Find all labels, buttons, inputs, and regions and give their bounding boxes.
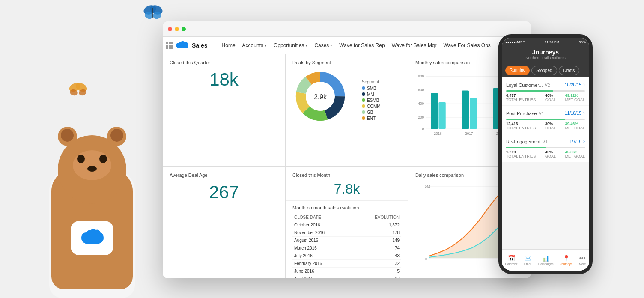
table-row: October 20161,372 — [292, 221, 401, 229]
browser-minimize-dot[interactable] — [175, 27, 179, 31]
nav-item-wave-rep[interactable]: Wave for Sales Rep — [336, 37, 388, 54]
journey-loyal-entries-label: TOTAL ENTRIES — [506, 98, 536, 102]
card-avg-deal-metric: 267 — [170, 182, 278, 203]
journey-post-chevron: › — [583, 110, 585, 116]
mom-cell-value: 74 — [352, 244, 401, 252]
phone-app-subtitle: Northern Trail Outfitters — [506, 56, 585, 60]
card-mom-combined: Closed this Month 7.8k Month on month sa… — [286, 167, 408, 279]
closed-month-title: Closed this Month — [292, 173, 401, 178]
mom-cell-value: 32 — [352, 259, 401, 267]
table-row: June 20165 — [292, 267, 401, 275]
phone-nav-calendar[interactable]: 📅 Calendar — [505, 255, 517, 265]
phone-tab-drafts[interactable]: Drafts — [559, 66, 580, 75]
card-deals-segment-title: Deals by Segment — [292, 60, 401, 65]
mom-cell-date: November 2016 — [292, 229, 352, 236]
browser-maximize-dot[interactable] — [182, 27, 186, 31]
sub-card-mom: Month on month sales evolution CLOSE DAT… — [286, 201, 408, 279]
phone-tab-running[interactable]: Running — [505, 66, 530, 75]
email-icon: ✉️ — [524, 255, 531, 262]
journey-post-progress-bar — [506, 119, 585, 120]
journey-loyal-entries: 6,477 — [506, 93, 536, 98]
phone-nav-journeys[interactable]: 📍 Journeys — [560, 255, 572, 265]
table-row: April 2016-37 — [292, 275, 401, 278]
journey-loyal-fill — [506, 90, 553, 92]
journey-re-entries: 1,219 — [506, 150, 536, 154]
phone-nav-email[interactable]: ✉️ Email — [524, 255, 532, 265]
mom-title: Month on month sales evolution — [292, 205, 401, 210]
journey-re-goal-label: GOAL — [545, 154, 556, 158]
table-row: November 2016178 — [292, 229, 401, 236]
journey-re-name: Re-Engagement — [506, 139, 540, 144]
journey-loyal-met: 49.92% — [565, 93, 585, 98]
svg-rect-15 — [171, 45, 173, 47]
journey-post-stats: 12,413 TOTAL ENTRIES 30% GOAL 39.46% MET… — [506, 122, 585, 130]
phone-content: Loyal Customer... V2 10/20/15 › 6,477 TO… — [502, 77, 589, 272]
phone-tab-stopped[interactable]: Stopped — [531, 66, 557, 75]
card-closed-quarter-metric: 18k — [170, 69, 278, 90]
journey-re-goal: 40% — [545, 150, 556, 154]
svg-rect-18 — [171, 47, 173, 49]
nav-item-cases[interactable]: Cases▾ — [311, 37, 336, 54]
dashboard-grid: Closed this Quarter 18k Deals by Segment — [163, 54, 531, 278]
mom-cell-date: October 2016 — [292, 221, 352, 229]
nav-items: Home Accounts▾ Opportunities▾ Cases▾ Wav… — [218, 37, 531, 54]
journey-post-fill — [506, 119, 565, 120]
legend-smb-dot — [362, 86, 365, 90]
journey-loyal-progress-bar — [506, 90, 585, 92]
mom-cell-date: August 2016 — [292, 236, 352, 244]
journey-item-re-engagement[interactable]: Re-Engagement V1 1/7/16 › 1,219 TOTAL EN… — [502, 134, 589, 162]
phone-nav-campaigns[interactable]: 📊 Campaigns — [538, 255, 553, 265]
legend-esmb-dot — [362, 98, 365, 102]
phone-nav-more[interactable]: ••• More — [579, 255, 586, 265]
journey-loyal-goal-label: GOAL — [545, 98, 556, 102]
legend-mm-dot — [362, 92, 365, 96]
mom-cell-date: April 2016 — [292, 275, 352, 278]
legend-esmb: ESMB — [362, 98, 381, 103]
browser-window: Sales Home Accounts▾ Opportunities▾ Case… — [163, 21, 531, 278]
mobile-phone: ●●●●● AT&T 11:20 PM 53% Journeys Norther… — [498, 34, 593, 274]
journey-post-met: 39.46% — [565, 122, 585, 126]
table-row: July 201643 — [292, 252, 401, 259]
nav-item-home[interactable]: Home — [218, 37, 239, 54]
closed-month-metric: 7.8k — [292, 181, 401, 197]
salesforce-nav: Sales Home Accounts▾ Opportunities▾ Case… — [163, 37, 531, 54]
journey-re-progress-bar — [506, 147, 585, 148]
journey-re-met-label: MET GOAL — [565, 154, 585, 158]
mom-col-evolution: EVOLUTION — [352, 214, 401, 221]
journey-loyal-date: 10/20/15 — [565, 83, 581, 87]
journey-post-entries-label: TOTAL ENTRIES — [506, 126, 536, 130]
mom-cell-date: June 2016 — [292, 267, 352, 275]
legend-gb-dot — [362, 110, 365, 114]
card-avg-deal-title: Average Deal Age — [170, 173, 278, 178]
svg-text:2017: 2017 — [465, 132, 473, 136]
phone-battery: 53% — [579, 40, 586, 44]
journey-item-loyal[interactable]: Loyal Customer... V2 10/20/15 › 6,477 TO… — [502, 77, 589, 105]
legend-smb: SMB — [362, 86, 381, 91]
phone-tabs: Running Stopped Drafts — [502, 63, 589, 77]
mom-cell-value: 5 — [352, 267, 401, 275]
svg-text:2.9k: 2.9k — [314, 93, 327, 101]
nav-item-accounts[interactable]: Accounts▾ — [239, 37, 270, 54]
legend-ent-dot — [362, 116, 365, 120]
nav-item-opportunities[interactable]: Opportunities▾ — [270, 37, 311, 54]
table-row: August 2016149 — [292, 236, 401, 244]
mom-cell-value: 43 — [352, 252, 401, 259]
app-launcher-icon[interactable] — [166, 39, 173, 51]
journey-post-goal-label: GOAL — [545, 126, 556, 130]
donut-legend: Segment SMB MM ESMB — [362, 80, 381, 122]
card-closed-quarter: Closed this Quarter 18k — [163, 54, 285, 166]
nav-item-wave-mgr[interactable]: Wave for Sales Mgr — [388, 37, 440, 54]
svg-text:200: 200 — [418, 116, 424, 119]
phone-bottom-nav: 📅 Calendar ✉️ Email 📊 Campaigns 📍 Journe… — [502, 249, 589, 271]
phone-app-title: Journeys — [506, 49, 585, 56]
browser-close-dot[interactable] — [168, 27, 172, 31]
sub-card-closed-month: Closed this Month 7.8k — [286, 167, 408, 201]
nav-item-wave-ops[interactable]: Wave For Sales Ops — [440, 37, 494, 54]
journey-post-met-label: MET GOAL — [565, 126, 585, 130]
svg-rect-38 — [438, 102, 445, 129]
svg-text:800: 800 — [418, 75, 424, 79]
journey-item-post-purchase[interactable]: Post Purchase V1 11/18/15 › 12,413 TOTAL… — [502, 106, 589, 134]
nav-app-name: Sales — [192, 42, 213, 49]
calendar-icon: 📅 — [508, 255, 515, 262]
svg-rect-37 — [431, 93, 438, 129]
